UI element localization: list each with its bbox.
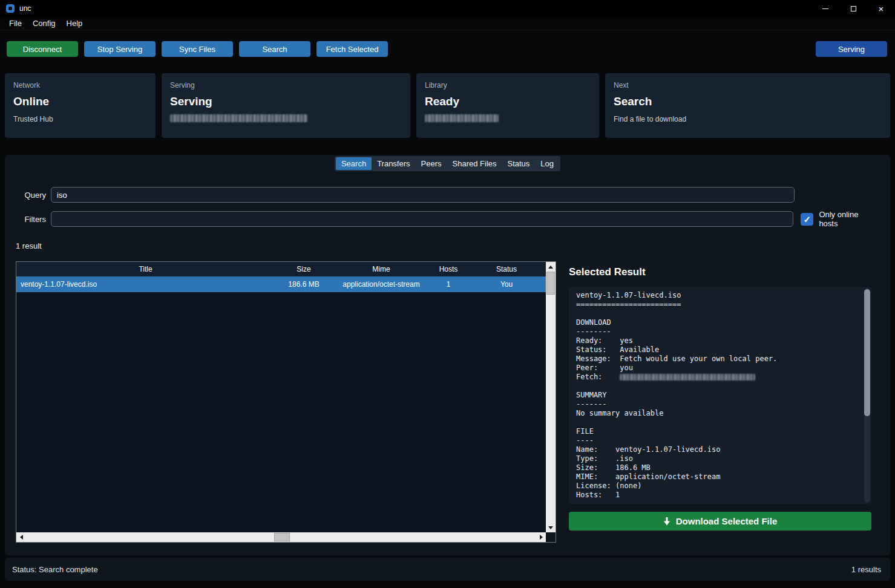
detail-line-message: Message: Fetch would use your own local … <box>576 354 864 364</box>
close-icon: × <box>879 4 884 14</box>
search-button[interactable]: Search <box>239 41 310 57</box>
card-library-label: Library <box>425 81 591 90</box>
column-header-title[interactable]: Title <box>16 262 275 276</box>
download-icon <box>663 517 670 526</box>
table-header: Title Size Mime Hosts Status <box>16 262 546 276</box>
menu-file[interactable]: File <box>4 19 27 28</box>
table-row[interactable]: ventoy-1.1.07-livecd.iso 186.6 MB applic… <box>16 276 546 292</box>
tab-shared-files[interactable]: Shared Files <box>447 157 502 170</box>
card-library: Library Ready <box>416 73 599 138</box>
filters-row: Filters ✓ Only online hosts <box>16 210 879 228</box>
arrow-up-icon <box>548 266 553 269</box>
vertical-scroll-track[interactable] <box>546 295 556 523</box>
horizontal-scroll-thumb[interactable] <box>274 533 290 541</box>
redacted-serving-address <box>170 114 307 122</box>
scroll-down-button[interactable] <box>546 523 556 532</box>
cell-hosts: 1 <box>430 276 467 292</box>
card-next-subtitle: Find a file to download <box>614 115 882 123</box>
detail-line-blank <box>576 382 864 391</box>
tab-peers[interactable]: Peers <box>416 157 447 170</box>
detail-line-dashes: ------- <box>576 400 864 409</box>
column-header-status[interactable]: Status <box>467 262 546 276</box>
card-serving-label: Serving <box>170 81 402 90</box>
card-next-label: Next <box>614 81 882 90</box>
tabbar-wrap: Search Transfers Peers Shared Files Stat… <box>16 155 879 171</box>
scroll-up-button[interactable] <box>546 262 556 272</box>
query-input[interactable] <box>51 187 795 203</box>
download-button-label: Download Selected File <box>676 516 778 526</box>
detail-line-name: Name: ventoy-1.1.07-livecd.iso <box>576 445 864 454</box>
details-scroll-thumb[interactable] <box>864 289 870 416</box>
stop-serving-button[interactable]: Stop Serving <box>84 41 156 57</box>
detail-line-no-summary: No summary available <box>576 409 864 418</box>
only-online-hosts-label[interactable]: Only online hosts <box>819 210 879 228</box>
toolbar: Disconnect Stop Serving Sync Files Searc… <box>7 41 890 57</box>
column-header-mime[interactable]: Mime <box>333 262 430 276</box>
tab-search[interactable]: Search <box>336 157 372 170</box>
detail-line-underline: ======================== <box>576 300 864 309</box>
detail-line-status: Status: Available <box>576 345 864 354</box>
results-area: Title Size Mime Hosts Status ventoy-1.1.… <box>16 261 879 543</box>
details-scrollbar[interactable] <box>864 288 870 503</box>
card-next-value: Search <box>614 95 882 108</box>
download-selected-file-button[interactable]: Download Selected File <box>569 512 871 531</box>
main-panel: Search Transfers Peers Shared Files Stat… <box>5 155 890 555</box>
query-row: Query <box>16 187 879 203</box>
cell-status: You <box>467 276 546 292</box>
card-next: Next Search Find a file to download <box>605 73 890 138</box>
detail-line-summary-header: SUMMARY <box>576 391 864 400</box>
detail-line-dashes: -------- <box>576 327 864 336</box>
minimize-icon <box>822 8 828 9</box>
detail-line-size: Size: 186.6 MB <box>576 463 864 472</box>
menu-help[interactable]: Help <box>61 19 88 28</box>
filters-input[interactable] <box>51 211 793 227</box>
tab-status[interactable]: Status <box>502 157 536 170</box>
column-header-hosts[interactable]: Hosts <box>430 262 467 276</box>
arrow-left-icon <box>20 535 23 540</box>
only-online-hosts-checkbox[interactable]: ✓ <box>801 213 813 226</box>
card-network-label: Network <box>13 81 147 90</box>
disconnect-button[interactable]: Disconnect <box>7 41 78 57</box>
detail-line-license: License: (none) <box>576 482 864 491</box>
app-icon <box>6 4 15 13</box>
cell-mime: application/octet-stream <box>333 276 430 292</box>
menubar: File Config Help <box>0 17 895 30</box>
fetch-selected-button[interactable]: Fetch Selected <box>316 41 388 57</box>
scroll-left-button[interactable] <box>16 532 26 542</box>
sync-files-button[interactable]: Sync Files <box>162 41 233 57</box>
minimize-button[interactable] <box>811 0 839 17</box>
card-serving-value: Serving <box>170 95 402 108</box>
serving-status-button[interactable]: Serving <box>816 41 887 57</box>
statusbar-result-count: 1 results <box>851 565 883 574</box>
arrow-down-icon <box>548 526 553 529</box>
selected-result-heading: Selected Result <box>569 266 871 278</box>
menu-config[interactable]: Config <box>27 19 61 28</box>
column-header-size[interactable]: Size <box>275 262 333 276</box>
details-box[interactable]: ventoy-1.1.07-livecd.iso ===============… <box>569 287 871 504</box>
detail-line-download-header: DOWNLOAD <box>576 318 864 327</box>
horizontal-scrollbar[interactable] <box>16 532 546 542</box>
redacted-fetch-command <box>620 374 755 381</box>
detail-line-hosts: Hosts: 1 <box>576 491 864 500</box>
window-controls: × <box>811 0 895 17</box>
vertical-scroll-thumb[interactable] <box>546 272 555 295</box>
table-viewport: Title Size Mime Hosts Status ventoy-1.1.… <box>16 262 546 532</box>
detail-line-ready: Ready: yes <box>576 336 864 345</box>
titlebar[interactable]: unc × <box>0 0 895 17</box>
window-title: unc <box>19 4 31 13</box>
vertical-scrollbar[interactable] <box>546 262 556 532</box>
scroll-right-button[interactable] <box>536 532 546 542</box>
filters-label: Filters <box>16 215 46 224</box>
result-count: 1 result <box>16 241 879 250</box>
checkmark-icon: ✓ <box>804 215 811 224</box>
tabstrip: Search Transfers Peers Shared Files Stat… <box>335 156 560 171</box>
maximize-button[interactable] <box>839 0 867 17</box>
fetch-label: Fetch: <box>576 373 620 381</box>
card-library-value: Ready <box>425 95 591 108</box>
arrow-right-icon <box>540 535 543 540</box>
close-button[interactable]: × <box>867 0 895 17</box>
tab-transfers[interactable]: Transfers <box>372 157 415 170</box>
tab-log[interactable]: Log <box>535 157 559 170</box>
results-table: Title Size Mime Hosts Status ventoy-1.1.… <box>16 261 556 543</box>
query-label: Query <box>16 191 46 200</box>
